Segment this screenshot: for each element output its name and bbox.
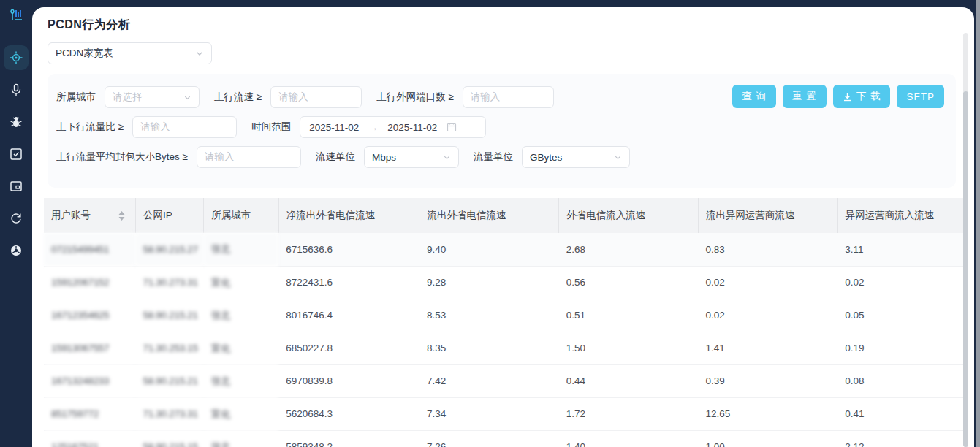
action-buttons: 查 询 重 置 下 载 SFTP <box>732 85 944 108</box>
filter-city: 所属城市 请选择 <box>56 86 200 108</box>
in-rate-cell: 1.50 <box>559 332 699 364</box>
in-other-carrier-cell: 3.11 <box>837 233 967 266</box>
avg-packet-input[interactable]: 请输入 <box>197 146 301 168</box>
redacted-city-cell: 张北 <box>204 299 278 332</box>
download-button[interactable]: 下 载 <box>833 85 891 108</box>
table-type-value: PCDN家宽表 <box>56 47 113 60</box>
volume-unit-select[interactable]: GBytes <box>522 146 630 168</box>
log-panel-icon <box>10 180 23 193</box>
redacted-ip-cell: 71.30.273.31 <box>135 397 203 430</box>
redacted-city-cell: 张北 <box>204 233 278 266</box>
volume-unit-label: 流量单位 <box>474 150 513 164</box>
col-public-ip[interactable]: 公网IP <box>135 198 203 233</box>
date-range-picker[interactable]: 2025-11-02 → 2025-11-02 <box>300 116 486 138</box>
chevron-down-icon <box>443 153 451 161</box>
table-row[interactable]: 0721549945158.90.215.27张北6715636.69.402.… <box>44 233 967 266</box>
table-header-row: 用户账号 公网IP 所属城市 净流出外省电信流速 流出外省电信流速 外省电信流入… <box>44 198 967 233</box>
in-rate-cell: 1.72 <box>559 397 699 430</box>
pcdn-data-table: 用户账号 公网IP 所属城市 净流出外省电信流速 流出外省电信流速 外省电信流入… <box>44 198 967 447</box>
table-row[interactable]: 1671324823358.90.215.21张北6970839.87.420.… <box>44 364 967 397</box>
in-other-carrier-cell: 0.19 <box>837 332 967 364</box>
sidebar-item-network[interactable] <box>4 238 29 263</box>
date-arrow: → <box>368 122 378 133</box>
col-in-rate[interactable]: 外省电信流入流速 <box>559 198 699 233</box>
main-panel: PCDN行为分析 PCDN家宽表 所属城市 请选择 上行流速 ≥ 请输入 上行外… <box>32 7 974 447</box>
redacted-city-cell: 张北 <box>204 364 278 397</box>
sidebar-item-logs[interactable] <box>4 174 29 199</box>
out-other-carrier-cell: 1.00 <box>698 430 837 447</box>
out-other-carrier-cell: 0.39 <box>698 364 837 397</box>
in-other-carrier-cell: 0.41 <box>837 397 967 430</box>
chevron-down-icon <box>183 93 191 102</box>
table-row[interactable]: 1591206715271.30.273.31宣化8722431.69.280.… <box>44 266 967 299</box>
col-city[interactable]: 所属城市 <box>204 198 278 233</box>
sidebar-item-refresh[interactable] <box>4 206 29 231</box>
city-label: 所属城市 <box>56 91 96 104</box>
out-other-carrier-cell: 0.02 <box>698 299 837 332</box>
date-start[interactable]: 2025-11-02 <box>309 122 359 133</box>
in-rate-cell: 0.51 <box>559 299 699 332</box>
redacted-city-cell: 宣化 <box>204 332 278 364</box>
redacted-ip-cell: 71.30.273.31 <box>135 266 203 299</box>
out-rate-cell: 8.53 <box>419 299 559 332</box>
net-out-rate-cell: 5859348.2 <box>278 430 419 447</box>
sftp-button[interactable]: SFTP <box>897 85 944 108</box>
ratio-label: 上下行流量比 ≥ <box>56 121 124 134</box>
table-type-select[interactable]: PCDN家宽表 <box>48 42 212 64</box>
ratio-input[interactable]: 请输入 <box>132 116 237 138</box>
sidebar-item-bug[interactable] <box>4 110 29 134</box>
query-button[interactable]: 查 询 <box>732 85 776 108</box>
table-scrollbar[interactable] <box>963 33 968 447</box>
out-rate-cell: 8.35 <box>419 332 559 364</box>
redacted-city-cell: 宣化 <box>204 266 278 299</box>
col-out-rate[interactable]: 流出外省电信流速 <box>419 198 559 233</box>
table-row[interactable]: 1591306755771.30.253.15宣化6850227.88.351.… <box>44 332 967 364</box>
reset-button[interactable]: 重 置 <box>783 85 827 108</box>
date-end[interactable]: 2025-11-02 <box>387 122 437 133</box>
net-out-rate-cell: 6715636.6 <box>278 233 419 266</box>
up-ports-input[interactable]: 请输入 <box>463 86 554 108</box>
out-rate-cell: 9.28 <box>419 266 559 299</box>
in-other-carrier-cell: 0.05 <box>837 299 967 332</box>
redacted-ip-cell: 58.90.215.27 <box>135 233 203 266</box>
sidebar-item-locate[interactable] <box>4 45 29 70</box>
redacted-ip-cell: 58.90.215.15 <box>135 430 203 447</box>
redacted-account-cell: 851759772 <box>44 397 135 430</box>
table-row[interactable]: 1671235462558.90.215.21张北8016746.48.530.… <box>44 299 967 332</box>
time-range-label: 时间范围 <box>251 121 291 134</box>
table-row[interactable]: 85175977271.30.273.31宣化5620684.37.341.72… <box>44 397 967 430</box>
filter-up-rate: 上行流速 ≥ 请输入 <box>214 86 362 108</box>
page-title: PCDN行为分析 <box>48 18 974 33</box>
col-out-other-carrier[interactable]: 流出异网运营商流速 <box>698 198 837 233</box>
avg-packet-label: 上行流量平均封包大小Bytes ≥ <box>56 150 188 164</box>
table-row[interactable]: 12516752158.90.215.15张北5859348.27.261.40… <box>44 430 967 447</box>
brand-logo <box>7 7 26 29</box>
sidebar-item-tasks[interactable] <box>4 142 29 167</box>
redacted-city-cell: 张北 <box>204 430 278 447</box>
sort-icon[interactable] <box>118 211 125 221</box>
filter-avg-packet: 上行流量平均封包大小Bytes ≥ 请输入 <box>56 146 301 168</box>
out-rate-cell: 7.34 <box>419 397 559 430</box>
chevron-down-icon <box>614 153 622 161</box>
redacted-ip-cell: 71.30.253.15 <box>135 332 203 364</box>
window-scrollbar[interactable] <box>976 0 980 447</box>
redacted-account-cell: 16713248233 <box>44 364 135 397</box>
redacted-ip-cell: 58.90.215.21 <box>135 299 203 332</box>
col-account[interactable]: 用户账号 <box>44 198 135 233</box>
col-net-out-rate[interactable]: 净流出外省电信流速 <box>278 198 419 233</box>
redacted-account-cell: 16712354625 <box>44 299 135 332</box>
in-other-carrier-cell: 2.12 <box>837 430 967 447</box>
up-rate-input[interactable]: 请输入 <box>270 86 362 108</box>
filter-row-3: 上行流量平均封包大小Bytes ≥ 请输入 流速单位 Mbps 流量单位 GBy… <box>56 146 944 168</box>
scrollbar-thumb[interactable] <box>963 91 968 447</box>
redacted-account-cell: 15913067557 <box>44 332 135 364</box>
redacted-account-cell: 15912067152 <box>44 266 135 299</box>
sidebar-item-voice[interactable] <box>4 77 29 102</box>
filter-panel: 所属城市 请选择 上行流速 ≥ 请输入 上行外网端口数 ≥ 请输入 <box>48 74 956 188</box>
city-select[interactable]: 请选择 <box>105 86 200 108</box>
in-rate-cell: 0.56 <box>559 266 699 299</box>
locate-icon <box>10 51 23 64</box>
redacted-city-cell: 宣化 <box>204 397 278 430</box>
rate-unit-select[interactable]: Mbps <box>364 146 459 168</box>
col-in-other-carrier[interactable]: 异网运营商流入流速 <box>837 198 967 233</box>
